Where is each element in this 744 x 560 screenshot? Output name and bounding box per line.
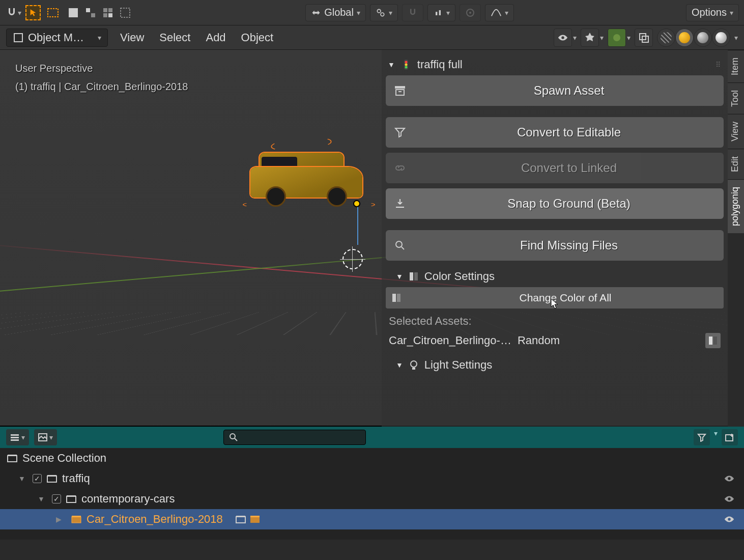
visibility-toggle-icon[interactable] [724, 495, 735, 503]
convert-linked-button: Convert to Linked [386, 153, 724, 183]
svg-rect-4 [103, 8, 107, 12]
shading-rendered[interactable] [712, 29, 730, 47]
outliner-new-collection-button[interactable] [722, 429, 738, 445]
svg-point-12 [469, 12, 471, 14]
svg-rect-47 [236, 517, 245, 523]
options-label: Options [692, 7, 727, 18]
expand-arrow[interactable]: ▶ [56, 515, 66, 523]
collection-toggle-checkbox[interactable] [52, 494, 61, 503]
collection-contemporary-cars-row[interactable]: ▼ contemporary-cars [0, 489, 744, 509]
snap-dropdown[interactable] [402, 4, 423, 21]
change-color-all-button[interactable]: Change Color of All [386, 287, 724, 309]
car-mesh-object[interactable] [245, 148, 373, 209]
svg-rect-25 [410, 272, 413, 281]
outliner-search-field[interactable] [242, 432, 360, 443]
interaction-mode-dropdown[interactable]: Object M… ▾ [6, 29, 108, 47]
orientation-label: Global [324, 7, 354, 18]
lightbulb-icon [408, 359, 419, 371]
convert-editable-button[interactable]: Convert to Editable [386, 117, 724, 148]
svg-rect-13 [14, 34, 22, 42]
svg-rect-49 [250, 517, 260, 523]
car-berlingo-label: Car_Citroen_Berlingo-2018 [87, 513, 223, 526]
svg-rect-27 [392, 294, 396, 302]
collection-traffiq-row[interactable]: ▼ traffiq [0, 468, 744, 489]
search-file-icon [386, 239, 414, 251]
select-tool-icon[interactable] [25, 5, 41, 20]
options-dropdown[interactable]: Options ▾ [686, 4, 739, 21]
outliner-view-dropdown[interactable]: ▾ [34, 429, 57, 445]
outliner-search-input[interactable] [223, 430, 366, 445]
color-settings-title: Color Settings [424, 270, 495, 283]
pivot-icon-4[interactable] [117, 5, 133, 21]
visibility-toggle-icon[interactable] [724, 515, 735, 523]
pivot-icon-2[interactable] [82, 5, 99, 21]
expand-arrow[interactable]: ▼ [18, 474, 28, 483]
viewport-object-label: (1) traffiq | Car_Citroen_Berlingo-2018 [15, 77, 188, 96]
tab-tool[interactable]: Tool [728, 82, 744, 114]
tab-polygoniq[interactable]: polygoniq [728, 179, 744, 233]
snap-to-dropdown[interactable]: ▾ [427, 4, 455, 21]
chevron-down-icon: ▼ [388, 61, 395, 69]
drag-handle-icon[interactable]: ⠿ [716, 61, 722, 69]
panel-header[interactable]: ▼ traffiq full ⠿ [386, 54, 724, 75]
change-color-label: Change Color of All [407, 292, 724, 304]
svg-point-18 [405, 61, 407, 64]
proportional-falloff-dropdown[interactable]: ▾ [485, 4, 514, 21]
orientation-dropdown[interactable]: Global ▾ [305, 4, 366, 21]
dashed-rect-icon[interactable] [45, 5, 61, 21]
traffic-light-icon [400, 59, 412, 71]
svg-rect-33 [11, 434, 19, 436]
light-settings-header[interactable]: ▼ Light Settings [386, 354, 724, 376]
find-missing-button[interactable]: Find Missing Files [386, 230, 724, 261]
z-axis-line [357, 204, 358, 245]
color-swatch-button[interactable] [705, 333, 721, 348]
svg-rect-35 [11, 439, 19, 441]
svg-rect-2 [86, 8, 90, 12]
link-icon [386, 162, 414, 174]
outliner-display-mode-dropdown[interactable]: ▾ [6, 429, 29, 445]
shading-solid[interactable] [675, 29, 694, 47]
pivot-point-dropdown[interactable]: ▾ [370, 4, 398, 21]
svg-rect-41 [47, 476, 56, 482]
pivot-icon-1[interactable] [65, 5, 81, 21]
menu-object[interactable]: Object [238, 29, 277, 46]
tab-view[interactable]: View [728, 114, 744, 149]
svg-rect-34 [11, 437, 19, 438]
convert-linked-label: Convert to Linked [414, 161, 724, 175]
visibility-dropdown[interactable] [554, 29, 572, 47]
shading-wireframe[interactable] [657, 29, 675, 47]
scene-collection-row[interactable]: Scene Collection [0, 448, 744, 468]
expand-arrow[interactable]: ▼ [38, 495, 48, 503]
snap-ground-button[interactable]: Snap to Ground (Beta) [386, 188, 724, 219]
xray-toggle[interactable] [635, 29, 653, 47]
svg-point-20 [405, 66, 407, 69]
menu-add[interactable]: Add [203, 29, 228, 46]
svg-point-10 [381, 13, 384, 16]
scene-collection-label: Scene Collection [22, 452, 106, 465]
color-settings-header[interactable]: ▼ Color Settings [386, 266, 724, 287]
svg-point-24 [396, 241, 402, 247]
download-icon [386, 198, 414, 210]
overlays-toggle[interactable] [608, 29, 626, 47]
menu-view[interactable]: View [117, 29, 147, 46]
outliner-filter-dropdown[interactable] [694, 429, 710, 445]
svg-rect-42 [47, 475, 56, 477]
pivot-icon-3[interactable] [100, 5, 116, 21]
tab-edit[interactable]: Edit [728, 149, 744, 179]
menu-select[interactable]: Select [156, 29, 193, 46]
shading-preview[interactable] [694, 29, 712, 47]
visibility-toggle-icon[interactable] [724, 474, 735, 483]
magnet-icon[interactable]: ▾ [5, 5, 21, 21]
filter-icon [386, 126, 414, 138]
viewport-overlay-text: User Perspective (1) traffiq | Car_Citro… [15, 59, 188, 96]
color-icon [386, 292, 407, 303]
object-car-berlingo-row[interactable]: ▶ Car_Citroen_Berlingo-2018 [0, 509, 744, 529]
panel-title: traffiq full [417, 58, 463, 71]
proportional-edit-icon[interactable] [460, 4, 481, 21]
svg-rect-3 [91, 13, 95, 17]
svg-rect-0 [48, 9, 58, 17]
collection-toggle-checkbox[interactable] [33, 474, 42, 483]
tab-item[interactable]: Item [728, 50, 744, 82]
spawn-asset-button[interactable]: Spawn Asset [386, 75, 724, 106]
gizmo-dropdown[interactable] [581, 29, 599, 47]
